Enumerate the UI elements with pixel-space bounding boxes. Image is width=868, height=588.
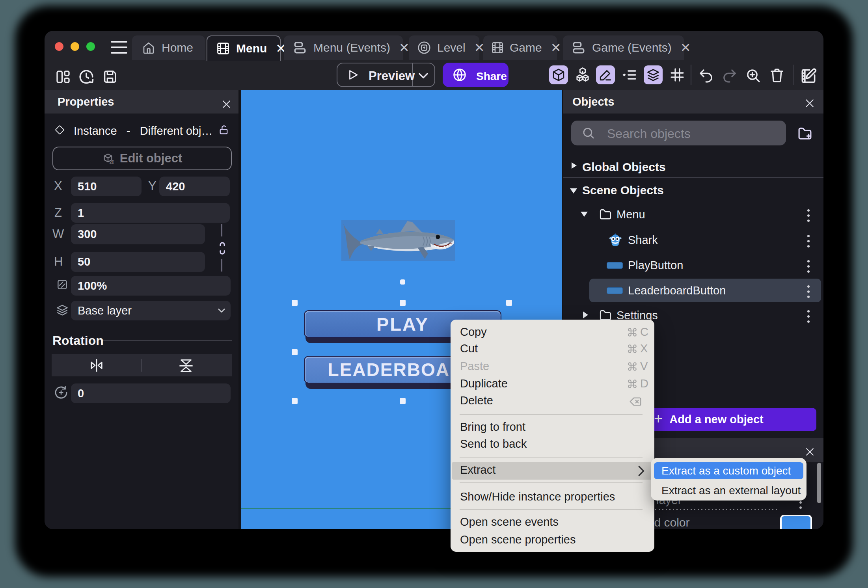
svg-text:2D: 2D bbox=[110, 160, 114, 164]
